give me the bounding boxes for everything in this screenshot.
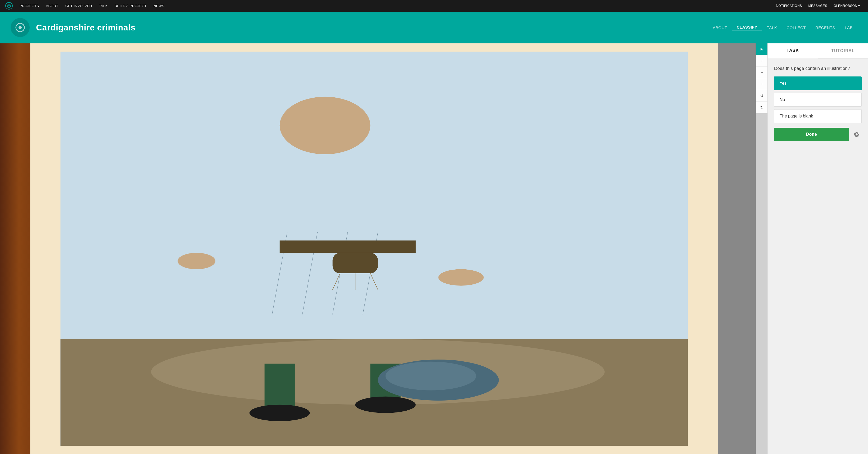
- tab-tutorial[interactable]: TUTORIAL: [818, 43, 868, 58]
- project-nav-classify[interactable]: CLASSIFY: [732, 25, 762, 30]
- answer-no[interactable]: No: [774, 93, 862, 107]
- settings-button[interactable]: [851, 129, 862, 139]
- zoom-out-button[interactable]: −: [756, 67, 768, 78]
- project-header: Cardiganshire criminals ABOUT CLASSIFY T…: [0, 12, 868, 43]
- cursor-tool-button[interactable]: [756, 43, 768, 55]
- project-nav-talk[interactable]: TALK: [762, 25, 782, 30]
- done-row: Done: [774, 128, 862, 141]
- svg-point-25: [249, 405, 310, 421]
- svg-rect-18: [280, 240, 416, 253]
- svg-point-28: [385, 362, 476, 390]
- nav-build-project[interactable]: BUILD A PROJECT: [112, 4, 149, 8]
- project-nav-about[interactable]: ABOUT: [708, 25, 732, 30]
- project-nav: ABOUT CLASSIFY TALK COLLECT RECENTS LAB: [708, 25, 858, 30]
- svg-rect-19: [333, 253, 378, 273]
- svg-rect-7: [718, 43, 756, 454]
- project-nav-collect[interactable]: COLLECT: [782, 25, 811, 30]
- zooniverse-logo[interactable]: [5, 2, 13, 9]
- answer-blank[interactable]: The page is blank: [774, 109, 862, 123]
- svg-point-3: [19, 26, 22, 29]
- nav-messages[interactable]: MESSAGES: [806, 4, 830, 8]
- svg-point-16: [178, 253, 215, 269]
- main-content: + − + ↺ ↻ TASK TUTORIAL Does this page c…: [0, 43, 868, 454]
- project-nav-recents[interactable]: RECENTS: [811, 25, 840, 30]
- answer-yes[interactable]: Yes: [774, 76, 862, 90]
- nav-news[interactable]: NEWS: [151, 4, 167, 8]
- nav-talk[interactable]: TALK: [96, 4, 111, 8]
- project-nav-lab[interactable]: LAB: [840, 25, 858, 30]
- svg-point-15: [438, 269, 484, 286]
- project-header-left: Cardiganshire criminals: [10, 18, 135, 37]
- nav-projects[interactable]: PROJECTS: [17, 4, 41, 8]
- viewer-controls: + − + ↺ ↻: [756, 43, 768, 113]
- task-question: Does this page contain an illustration?: [774, 66, 862, 71]
- done-button[interactable]: Done: [774, 128, 849, 141]
- right-panel: TASK TUTORIAL Does this page contain an …: [768, 43, 868, 454]
- nav-user-menu[interactable]: GLENROBSON ▾: [831, 4, 863, 8]
- nav-get-involved[interactable]: GET INVOLVED: [63, 4, 95, 8]
- top-navigation: PROJECTS ABOUT GET INVOLVED TALK BUILD A…: [0, 0, 868, 12]
- nav-notifications[interactable]: NOTIFICATIONS: [773, 4, 805, 8]
- rotate-right-button[interactable]: ↻: [756, 102, 768, 113]
- tab-task[interactable]: TASK: [768, 43, 818, 58]
- image-viewer: + − + ↺ ↻: [0, 43, 768, 454]
- zoom-fit-button[interactable]: +: [756, 78, 768, 90]
- zoom-in-button[interactable]: +: [756, 55, 768, 67]
- panel-tabs: TASK TUTORIAL: [768, 43, 868, 59]
- rotate-left-button[interactable]: ↺: [756, 90, 768, 102]
- project-title: Cardiganshire criminals: [36, 23, 135, 33]
- nav-about[interactable]: ABOUT: [43, 4, 61, 8]
- project-logo: [10, 18, 30, 37]
- svg-point-1: [8, 5, 10, 7]
- task-content: Does this page contain an illustration? …: [768, 59, 868, 454]
- book-illustration-area: [0, 43, 756, 454]
- top-nav-left: PROJECTS ABOUT GET INVOLVED TALK BUILD A…: [5, 2, 167, 9]
- top-nav-right: NOTIFICATIONS MESSAGES GLENROBSON ▾: [773, 4, 863, 8]
- svg-point-17: [280, 97, 371, 154]
- svg-point-26: [355, 397, 415, 413]
